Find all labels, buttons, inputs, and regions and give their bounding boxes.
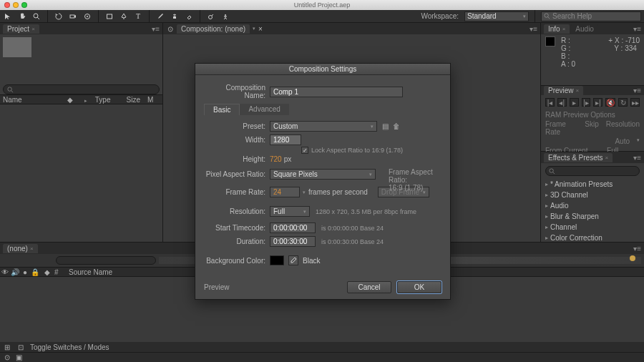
solo-column-icon[interactable]: ● — [20, 268, 30, 276]
clone-stamp-tool-icon[interactable] — [170, 11, 180, 21]
pan-behind-tool-icon[interactable] — [82, 11, 92, 21]
search-icon — [544, 13, 550, 19]
effects-category[interactable]: Channel — [541, 222, 644, 233]
par-label: Pixel Aspect Ratio: — [204, 170, 270, 178]
ok-button[interactable]: OK — [397, 281, 441, 293]
first-frame-button[interactable]: |◂ — [545, 98, 555, 107]
effects-category[interactable]: * Animation Presets — [541, 179, 644, 190]
project-search-input[interactable] — [3, 84, 160, 94]
comp-name-input[interactable] — [270, 87, 403, 97]
svg-point-9 — [545, 14, 548, 17]
toggle-switches-modes-button[interactable]: Toggle Switches / Modes — [30, 343, 109, 351]
label-column-icon[interactable]: ◆ — [40, 268, 54, 276]
width-input[interactable] — [270, 134, 301, 145]
tab-basic[interactable]: Basic — [204, 104, 240, 115]
hand-tool-icon[interactable] — [17, 11, 27, 21]
info-panel-body: R :G :B : A : 0 + X : -710 Y : 334 — [541, 34, 644, 70]
close-icon[interactable]: × — [258, 25, 263, 33]
play-button[interactable]: ▸ — [570, 98, 579, 107]
width-label: Width: — [204, 136, 270, 144]
audio-column-icon[interactable]: 🔊 — [10, 268, 20, 276]
svg-line-12 — [11, 90, 14, 92]
ram-preview-button[interactable]: ▸▸ — [630, 98, 640, 107]
expand-transfer-icon[interactable]: ⊞ — [3, 343, 11, 351]
eyedropper-icon[interactable] — [288, 255, 298, 265]
effects-search-input[interactable] — [545, 166, 640, 176]
panel-menu-icon[interactable]: ▾≡ — [633, 87, 641, 94]
tab-advanced[interactable]: Advanced — [240, 104, 288, 115]
loop-button[interactable]: ↻ — [618, 98, 628, 107]
type-tool-icon[interactable]: T — [133, 11, 143, 21]
preview-transport: |◂ ◂| ▸ |▸ ▸| 🔇 ↻ ▸▸ — [541, 95, 644, 109]
save-preset-icon[interactable]: ▤ — [381, 122, 389, 130]
brush-tool-icon[interactable] — [155, 11, 165, 21]
puppet-tool-icon[interactable] — [220, 11, 230, 21]
far-value: 16:9 (1.78) — [389, 184, 441, 192]
par-select[interactable]: Square Pixels▾ — [270, 169, 376, 180]
work-area-end-handle[interactable] — [630, 255, 635, 261]
timeline-search-input[interactable] — [56, 256, 156, 265]
resolution-label: Resolution: — [204, 207, 270, 215]
selection-tool-icon[interactable] — [3, 11, 13, 21]
roto-brush-tool-icon[interactable] — [206, 11, 216, 21]
next-frame-button[interactable]: |▸ — [582, 98, 591, 107]
effects-category[interactable]: 3D Channel — [541, 190, 644, 200]
panel-menu-icon[interactable]: ▾≡ — [633, 25, 641, 33]
tab-timeline[interactable]: (none)× — [3, 244, 38, 253]
tab-effects-presets[interactable]: Effects & Presets× — [544, 153, 613, 162]
camera-tool-icon[interactable] — [68, 11, 78, 21]
preset-select[interactable]: Custom▾ — [270, 121, 377, 132]
mute-button[interactable]: 🔇 — [605, 98, 615, 107]
framerate-label: Frame Rate: — [204, 188, 270, 196]
far-label: Frame Aspect Ratio: — [389, 168, 441, 184]
tab-info[interactable]: Info× — [544, 24, 570, 34]
bg-color-swatch[interactable] — [270, 255, 284, 265]
dialog-preview-toggle[interactable]: Preview — [204, 283, 230, 291]
rectangle-tool-icon[interactable] — [104, 11, 114, 21]
lock-aspect-label: Lock Aspect Ratio to 16:9 (1.78) — [311, 147, 403, 154]
panel-menu-icon[interactable]: ▾≡ — [633, 245, 641, 253]
effects-category[interactable]: Audio — [541, 200, 644, 211]
cancel-button[interactable]: Cancel — [347, 281, 391, 293]
comp-dropdown-icon[interactable]: ▾ — [253, 26, 255, 31]
svg-point-0 — [34, 14, 38, 18]
lock-aspect-checkbox[interactable]: ✓ — [301, 147, 308, 154]
toggle-switches-icon[interactable]: ⊡ — [16, 343, 24, 351]
resolution-select[interactable]: Full▾ — [270, 206, 310, 217]
workspace-select[interactable]: Standard▾ — [464, 11, 529, 21]
lock-column-icon[interactable]: 🔒 — [30, 268, 40, 276]
svg-rect-2 — [70, 15, 74, 18]
panel-menu-icon[interactable]: ▾≡ — [530, 25, 537, 33]
svg-line-10 — [548, 17, 550, 19]
search-help-input[interactable]: Search Help — [541, 11, 641, 21]
search-icon — [7, 87, 14, 93]
duration-input[interactable] — [270, 236, 316, 247]
zoom-tool-icon[interactable] — [31, 11, 42, 21]
comp-lock-icon[interactable]: ⊙ — [166, 25, 174, 33]
svg-line-1 — [37, 17, 39, 19]
pen-tool-icon[interactable] — [119, 11, 129, 21]
svg-point-7 — [209, 15, 213, 19]
tab-composition[interactable]: Composition: (none) — [177, 24, 250, 34]
height-value[interactable]: 720 — [270, 155, 282, 163]
tab-project[interactable]: Project× — [3, 24, 39, 34]
close-icon[interactable]: × — [31, 26, 35, 32]
start-timecode-input[interactable] — [270, 222, 316, 233]
framerate-dropdown-icon[interactable]: ▾ — [303, 190, 306, 195]
source-name-column[interactable]: Source Name — [66, 268, 112, 276]
panel-menu-icon[interactable]: ▾≡ — [152, 25, 160, 33]
last-frame-button[interactable]: ▸| — [593, 98, 602, 107]
tab-preview[interactable]: Preview× — [544, 86, 583, 95]
framerate-input[interactable]: 24 — [270, 187, 300, 197]
duration-label: Duration: — [204, 238, 270, 245]
video-column-icon[interactable]: 👁 — [0, 268, 10, 276]
effects-category[interactable]: Blur & Sharpen — [541, 211, 644, 222]
rotation-tool-icon[interactable] — [54, 11, 64, 21]
label-icon[interactable]: ◆ — [64, 96, 79, 104]
prev-frame-button[interactable]: ◂| — [557, 98, 567, 107]
tab-audio[interactable]: Audio — [571, 24, 598, 34]
delete-preset-icon[interactable]: 🗑 — [392, 122, 400, 130]
eraser-tool-icon[interactable] — [184, 11, 194, 21]
svg-point-13 — [550, 168, 553, 172]
panel-menu-icon[interactable]: ▾≡ — [633, 154, 641, 162]
